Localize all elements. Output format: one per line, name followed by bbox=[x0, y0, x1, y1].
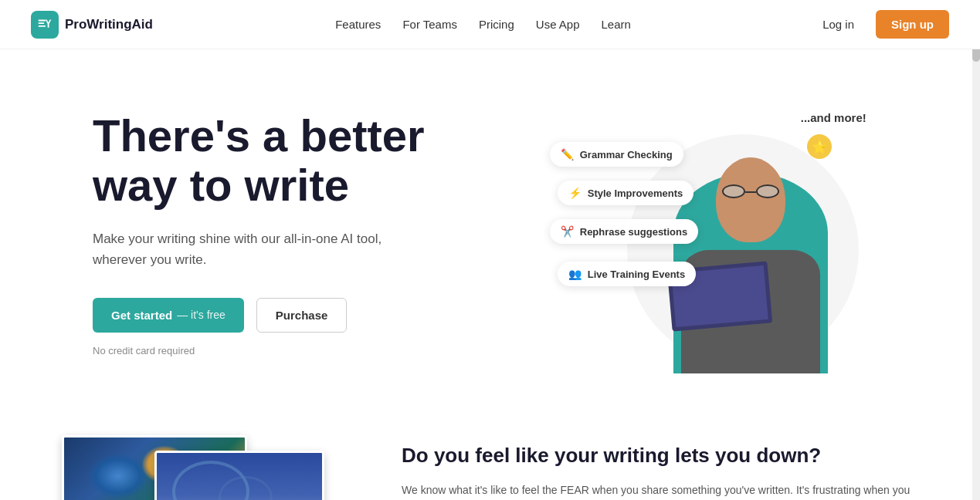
training-label: Live Training Events bbox=[588, 269, 685, 280]
nav-link-features[interactable]: Features bbox=[335, 18, 381, 31]
style-icon: ⚡ bbox=[568, 187, 582, 199]
get-started-button[interactable]: Get started — it's free bbox=[93, 298, 244, 333]
logo[interactable]: ProWritingAid bbox=[31, 11, 153, 39]
glasses-right bbox=[756, 184, 779, 198]
hero-subtitle: Make your writing shine with our all-in-… bbox=[93, 228, 402, 270]
no-credit-text: No credit card required bbox=[93, 345, 506, 356]
hero-title: There's a better way to write bbox=[93, 111, 506, 210]
grammar-icon: ✏️ bbox=[561, 148, 574, 160]
nav-link-learn[interactable]: Learn bbox=[602, 18, 631, 31]
pill-style-improvements: ⚡ Style Improvements bbox=[558, 181, 694, 205]
nav-link-for-teams[interactable]: For Teams bbox=[402, 18, 457, 31]
logo-svg bbox=[36, 16, 53, 33]
right-text: Do you feel like your writing lets you d… bbox=[402, 435, 918, 500]
pill-live-training: 👥 Live Training Events bbox=[558, 262, 696, 286]
login-button[interactable]: Log in bbox=[813, 12, 863, 37]
pill-grammar-checking: ✏️ Grammar Checking bbox=[550, 142, 683, 167]
painting-area: My idea in my head bbox=[62, 435, 340, 500]
purchase-button[interactable]: Purchase bbox=[256, 298, 348, 333]
get-started-label: Get started bbox=[111, 309, 172, 322]
pill-rephrase: ✂️ Rephrase suggestions bbox=[550, 219, 698, 244]
brand-name: ProWritingAid bbox=[65, 17, 153, 32]
hero-buttons: Get started — it's free Purchase bbox=[93, 298, 506, 333]
bottom-section: My idea in my head Do you feel like your… bbox=[0, 420, 980, 500]
nav-links: Features For Teams Pricing Use App Learn bbox=[335, 18, 631, 31]
hero-content: There's a better way to write Make your … bbox=[93, 96, 506, 356]
nav-link-use-app[interactable]: Use App bbox=[536, 18, 580, 31]
hero-visual: ✏️ Grammar Checking ⚡ Style Improvements… bbox=[506, 96, 919, 389]
grammar-label: Grammar Checking bbox=[580, 149, 673, 160]
navbar-actions: Log in Sign up bbox=[813, 10, 949, 39]
logo-icon bbox=[31, 11, 59, 39]
nav-link-pricing[interactable]: Pricing bbox=[479, 18, 514, 31]
scrollbar[interactable] bbox=[972, 0, 980, 500]
painting-front bbox=[154, 451, 324, 500]
face bbox=[716, 157, 785, 242]
rephrase-label: Rephrase suggestions bbox=[580, 226, 687, 238]
signup-button[interactable]: Sign up bbox=[876, 10, 949, 39]
hero-image-area: ✏️ Grammar Checking ⚡ Style Improvements… bbox=[550, 111, 874, 373]
glasses-bridge bbox=[745, 191, 756, 193]
section-title: Do you feel like your writing lets you d… bbox=[402, 443, 918, 469]
section-body: We know what it's like to feel the FEAR … bbox=[402, 481, 918, 500]
training-icon: 👥 bbox=[568, 268, 582, 280]
hero-section: There's a better way to write Make your … bbox=[0, 49, 980, 420]
navbar: ProWritingAid Features For Teams Pricing… bbox=[0, 0, 980, 49]
glasses-left bbox=[722, 184, 745, 198]
free-label: — it's free bbox=[177, 309, 226, 321]
and-more-text: ...and more! bbox=[801, 111, 866, 124]
rephrase-icon: ✂️ bbox=[561, 225, 574, 238]
style-label: Style Improvements bbox=[588, 188, 683, 199]
swirl1 bbox=[87, 453, 149, 499]
